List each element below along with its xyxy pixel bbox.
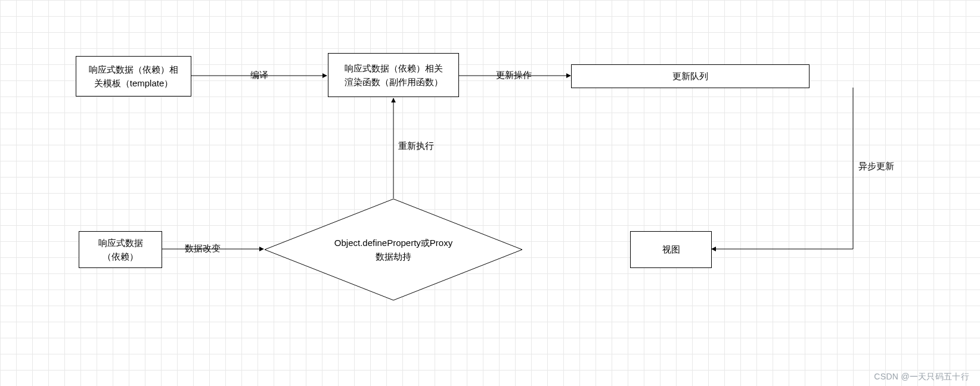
- node-reactive-data-line1: 响应式数据: [98, 236, 143, 250]
- node-render-function-line2: 渲染函数（副作用函数）: [345, 75, 443, 89]
- watermark: CSDN @一天只码五十行: [874, 372, 969, 382]
- node-data-intercept: Object.defineProperty或Proxy 数据劫持: [264, 198, 523, 301]
- node-reactive-template: 响应式数据（依赖）相 关模板（template）: [76, 56, 191, 96]
- diagram-canvas: 响应式数据（依赖）相 关模板（template） 响应式数据（依赖）相关 渲染函…: [0, 0, 980, 386]
- edge-label-data-change: 数据改变: [185, 243, 221, 254]
- edge-label-reexec: 重新执行: [398, 141, 434, 152]
- node-render-function: 响应式数据（依赖）相关 渲染函数（副作用函数）: [328, 53, 459, 97]
- node-view: 视图: [630, 231, 712, 268]
- node-update-queue: 更新队列: [571, 64, 810, 88]
- node-reactive-data: 响应式数据 （依赖）: [79, 231, 162, 268]
- node-reactive-template-line2: 关模板（template）: [89, 76, 178, 90]
- node-data-intercept-line2: 数据劫持: [293, 250, 495, 263]
- node-reactive-data-line2: （依赖）: [98, 250, 143, 263]
- node-view-label: 视图: [662, 242, 680, 256]
- node-reactive-template-line1: 响应式数据（依赖）相: [89, 63, 178, 76]
- edge-label-async-update: 异步更新: [858, 161, 894, 172]
- node-update-queue-label: 更新队列: [672, 69, 708, 83]
- node-data-intercept-line1: Object.defineProperty或Proxy: [293, 236, 495, 250]
- edge-label-update-op: 更新操作: [496, 70, 532, 81]
- edge-label-compile: 编译: [250, 70, 268, 81]
- node-render-function-line1: 响应式数据（依赖）相关: [345, 61, 443, 75]
